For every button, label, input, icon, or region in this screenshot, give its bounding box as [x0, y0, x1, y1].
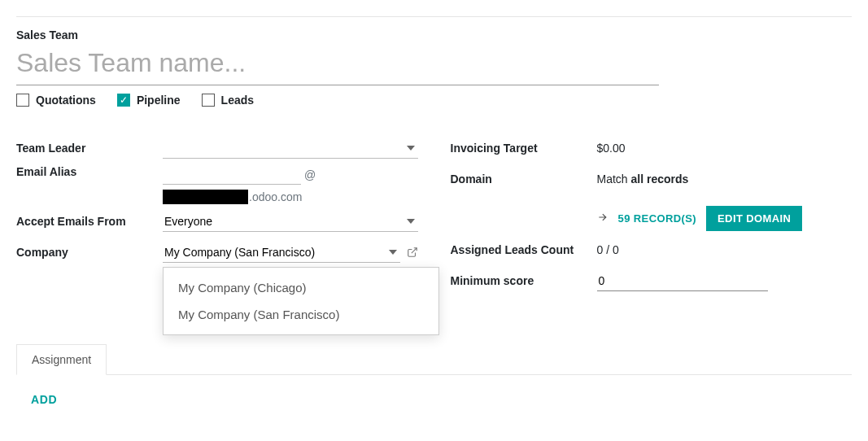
- assigned-leads-label: Assigned Leads Count: [451, 243, 597, 256]
- team-leader-label: Team Leader: [16, 142, 163, 155]
- domain-label: Domain: [451, 172, 597, 186]
- quotations-option: Quotations: [16, 94, 96, 107]
- pipeline-option: Pipeline: [117, 94, 181, 107]
- tab-content: ADD: [16, 375, 852, 406]
- arrow-right-icon: [597, 212, 608, 225]
- accept-emails-label: Accept Emails From: [16, 215, 163, 228]
- right-column: Invoicing Target $0.00 Domain Match all …: [451, 134, 853, 298]
- alias-at-symbol: @: [304, 168, 316, 181]
- leads-checkbox[interactable]: [202, 94, 215, 107]
- form-sheet: Sales Team Quotations Pipeline Leads Tea…: [16, 16, 852, 406]
- invoicing-target-label: Invoicing Target: [451, 142, 597, 155]
- pipeline-checkbox[interactable]: [117, 94, 130, 107]
- pipeline-label: Pipeline: [137, 94, 181, 107]
- sales-team-name-input[interactable]: [16, 46, 659, 85]
- email-alias-label: Email Alias: [16, 165, 163, 178]
- company-option[interactable]: My Company (San Francisco): [164, 301, 438, 328]
- edit-domain-button[interactable]: EDIT DOMAIN: [706, 206, 802, 231]
- minimum-score-label: Minimum score: [451, 274, 597, 287]
- minimum-score-input[interactable]: [597, 271, 768, 291]
- feature-checkboxes: Quotations Pipeline Leads: [16, 94, 852, 107]
- records-link[interactable]: 59 RECORD(S): [618, 212, 697, 225]
- add-button[interactable]: ADD: [31, 393, 57, 406]
- company-select[interactable]: [163, 242, 400, 263]
- team-leader-input[interactable]: [163, 138, 418, 159]
- left-column: Team Leader Email Alias @: [16, 134, 418, 298]
- quotations-label: Quotations: [36, 94, 96, 107]
- company-dropdown: My Company (Chicago) My Company (San Fra…: [163, 267, 439, 335]
- company-label: Company: [16, 246, 163, 259]
- leads-option: Leads: [202, 94, 254, 107]
- alias-domain-redacted: [163, 190, 248, 204]
- alias-domain-suffix: .odoo.com: [249, 190, 302, 203]
- leads-label: Leads: [221, 94, 254, 107]
- assigned-leads-value: 0 / 0: [597, 243, 619, 256]
- domain-match-text: Match all records: [597, 172, 689, 186]
- svg-line-0: [411, 248, 416, 253]
- company-option[interactable]: My Company (Chicago): [164, 274, 438, 301]
- title-label: Sales Team: [16, 28, 852, 41]
- quotations-checkbox[interactable]: [16, 94, 29, 107]
- tab-assignment[interactable]: Assignment: [16, 344, 107, 375]
- invoicing-target-value: $0.00: [597, 142, 626, 155]
- email-alias-input[interactable]: [163, 165, 301, 185]
- external-link-icon[interactable]: [407, 247, 418, 258]
- tabs-bar: Assignment: [16, 343, 852, 375]
- accept-emails-select[interactable]: [163, 212, 418, 232]
